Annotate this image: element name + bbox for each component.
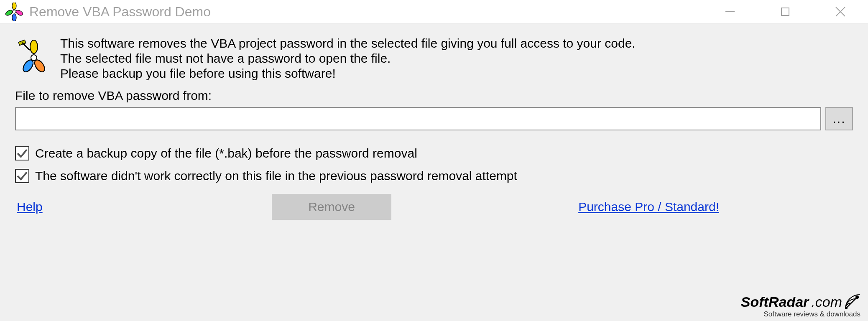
browse-button[interactable]: ... xyxy=(825,107,853,130)
intro-text: This software removes the VBA project pa… xyxy=(60,36,636,81)
maximize-button[interactable] xyxy=(758,0,813,23)
svg-point-14 xyxy=(31,55,37,61)
svg-rect-6 xyxy=(781,8,789,15)
remove-button[interactable]: Remove xyxy=(272,194,391,220)
window-controls xyxy=(702,0,868,23)
intro-line-2: The selected file must not have a passwo… xyxy=(60,51,636,66)
intro-line-1: This software removes the VBA project pa… xyxy=(60,36,636,51)
minimize-button[interactable] xyxy=(702,0,758,23)
intro-section: This software removes the VBA project pa… xyxy=(15,36,853,81)
svg-line-16 xyxy=(22,43,30,50)
watermark-brand: SoftRadar.com xyxy=(741,294,860,310)
svg-point-9 xyxy=(30,40,38,54)
backup-checkbox[interactable] xyxy=(15,146,29,160)
purchase-link[interactable]: Purchase Pro / Standard! xyxy=(578,200,719,214)
close-button[interactable] xyxy=(813,0,868,23)
window-title: Remove VBA Password Demo xyxy=(29,4,702,20)
file-label: File to remove VBA password from: xyxy=(15,89,853,103)
checkbox-row-retry: The software didn't work correctly on th… xyxy=(15,169,853,183)
svg-point-19 xyxy=(855,296,859,299)
svg-point-2 xyxy=(5,9,13,17)
file-path-input[interactable] xyxy=(15,107,821,130)
help-link[interactable]: Help xyxy=(17,200,43,214)
retry-checkbox-label: The software didn't work correctly on th… xyxy=(35,169,517,183)
titlebar: Remove VBA Password Demo xyxy=(0,0,868,24)
intro-icon xyxy=(15,38,53,75)
radar-icon xyxy=(845,294,860,310)
svg-point-0 xyxy=(12,3,16,10)
bottom-row: Help Remove Purchase Pro / Standard! xyxy=(15,200,853,214)
file-row: ... xyxy=(15,107,853,130)
svg-point-1 xyxy=(15,9,23,17)
watermark-brand-bold: SoftRadar xyxy=(741,295,809,309)
client-area: This software removes the VBA project pa… xyxy=(0,24,868,321)
watermark: SoftRadar.com Software reviews & downloa… xyxy=(741,294,860,318)
svg-point-4 xyxy=(13,10,16,13)
app-icon xyxy=(5,3,23,21)
watermark-tagline: Software reviews & downloads xyxy=(741,311,860,318)
intro-line-3: Please backup you file before using this… xyxy=(60,66,636,81)
checkbox-row-backup: Create a backup copy of the file (*.bak)… xyxy=(15,146,853,160)
watermark-brand-light: .com xyxy=(811,295,842,309)
svg-point-3 xyxy=(12,14,16,21)
retry-checkbox[interactable] xyxy=(15,169,29,183)
backup-checkbox-label: Create a backup copy of the file (*.bak)… xyxy=(35,146,417,160)
